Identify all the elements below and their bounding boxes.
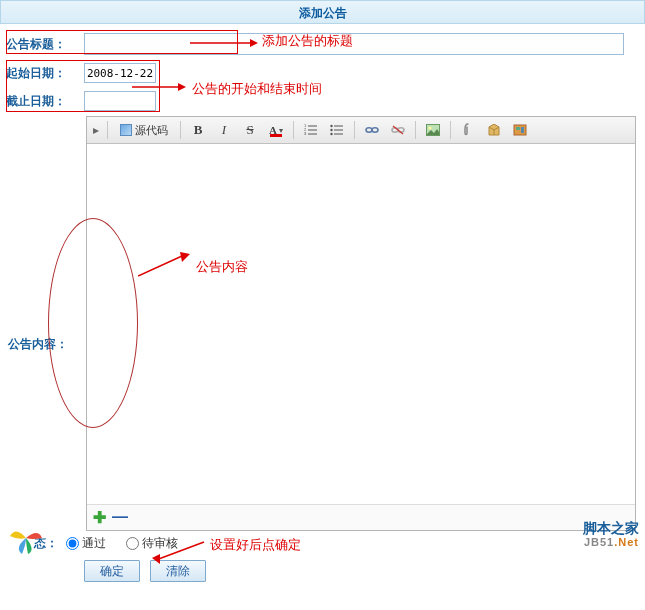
page-title: 添加公告: [299, 6, 347, 20]
svg-point-12: [366, 128, 372, 132]
button-row: 确定 清除: [0, 556, 645, 588]
watermark-flower-icon: [6, 518, 46, 558]
separator: [293, 121, 294, 139]
rich-editor: ▸ 源代码 B I S A▾ 123 ✚ —: [86, 116, 636, 531]
source-button[interactable]: 源代码: [114, 120, 174, 140]
separator: [107, 121, 108, 139]
form-table: 公告标题： 起始日期： 截止日期：: [0, 28, 645, 116]
separator: [180, 121, 181, 139]
italic-button[interactable]: I: [213, 120, 235, 140]
expand-icon[interactable]: ✚: [93, 508, 106, 527]
radio-pending[interactable]: 待审核: [126, 535, 178, 552]
attachment-button[interactable]: [457, 120, 479, 140]
media-button[interactable]: [509, 120, 531, 140]
start-date-label: 起始日期：: [2, 60, 78, 86]
page-title-bar: 添加公告: [0, 0, 645, 24]
separator: [354, 121, 355, 139]
separator: [415, 121, 416, 139]
bold-button[interactable]: B: [187, 120, 209, 140]
unlink-button[interactable]: [387, 120, 409, 140]
end-date-input[interactable]: [84, 91, 156, 111]
template-button[interactable]: [483, 120, 505, 140]
textcolor-button[interactable]: A▾: [265, 120, 287, 140]
radio-pending-input[interactable]: [126, 537, 139, 550]
svg-point-13: [372, 128, 378, 132]
start-date-input[interactable]: [84, 63, 156, 83]
source-icon: [120, 124, 132, 136]
svg-rect-21: [521, 127, 524, 133]
clear-button[interactable]: 清除: [150, 560, 206, 582]
editor-toolbar: ▸ 源代码 B I S A▾ 123: [87, 117, 635, 144]
radio-pass[interactable]: 通过: [66, 535, 106, 552]
shrink-icon[interactable]: —: [112, 508, 128, 527]
editor-footer: ✚ —: [87, 504, 635, 530]
strike-button[interactable]: S: [239, 120, 261, 140]
svg-point-8: [330, 133, 332, 135]
svg-text:3: 3: [304, 131, 307, 136]
svg-point-6: [330, 125, 332, 127]
content-label: 公告内容：: [8, 336, 68, 353]
watermark: 脚本之家 JB51.Net: [583, 520, 639, 548]
ordered-list-button[interactable]: 123: [300, 120, 322, 140]
svg-point-7: [330, 129, 332, 131]
title-input[interactable]: [84, 33, 624, 55]
image-button[interactable]: [422, 120, 444, 140]
ok-button[interactable]: 确定: [84, 560, 140, 582]
svg-point-18: [429, 127, 432, 130]
radio-pass-input[interactable]: [66, 537, 79, 550]
unordered-list-button[interactable]: [326, 120, 348, 140]
content-textarea[interactable]: [87, 144, 635, 504]
separator: [450, 121, 451, 139]
title-label: 公告标题：: [2, 30, 78, 58]
svg-rect-20: [516, 127, 520, 130]
end-date-label: 截止日期：: [2, 88, 78, 114]
link-button[interactable]: [361, 120, 383, 140]
status-row: 态： 通过 待审核: [0, 531, 645, 556]
collapse-icon[interactable]: ▸: [91, 123, 101, 137]
